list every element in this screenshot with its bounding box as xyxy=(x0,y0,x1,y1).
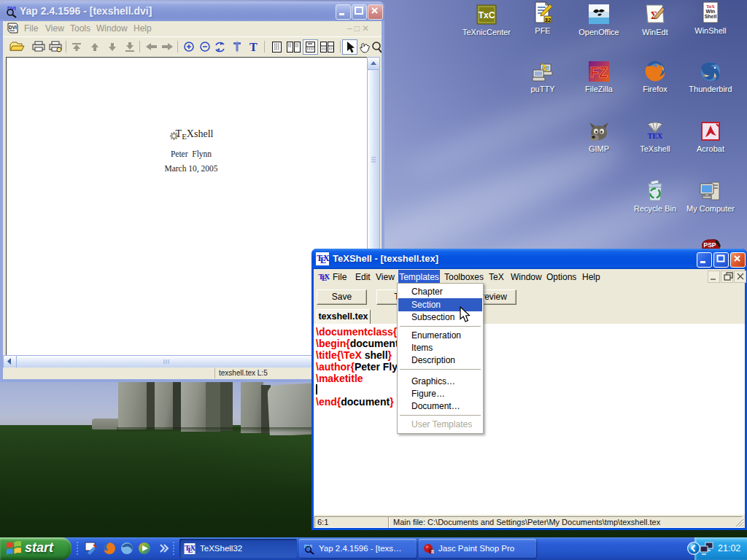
svg-text:TEX: TEX xyxy=(648,132,663,140)
svg-text:X: X xyxy=(325,273,330,281)
svg-text:Shell: Shell xyxy=(705,14,717,19)
svg-text:8: 8 xyxy=(431,549,434,554)
svg-text:X: X xyxy=(190,544,196,552)
svg-text:FZ: FZ xyxy=(590,64,608,80)
svg-text:PSP: PSP xyxy=(703,241,716,249)
svg-text:DVI: DVI xyxy=(9,25,17,30)
svg-text:TxC: TxC xyxy=(479,10,495,20)
svg-text:X: X xyxy=(323,253,329,263)
svg-text:T: T xyxy=(249,41,258,53)
svg-text:Win: Win xyxy=(706,9,716,14)
svg-text:32: 32 xyxy=(545,17,551,23)
